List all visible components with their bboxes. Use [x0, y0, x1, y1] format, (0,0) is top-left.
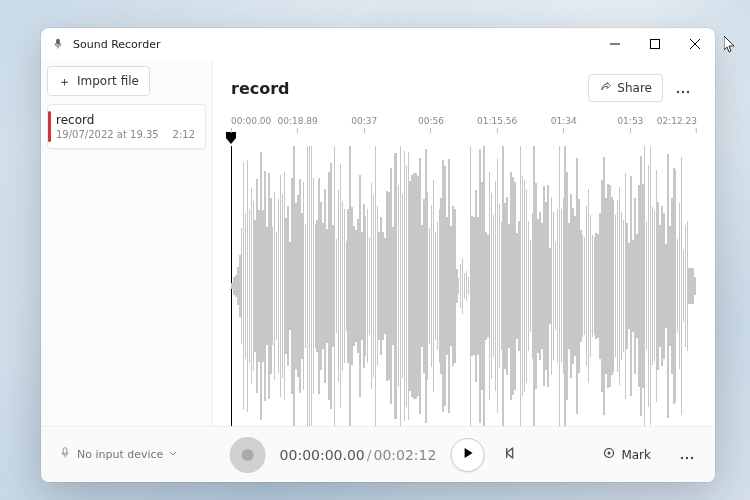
recording-item[interactable]: record 19/07/2022 at 19.35 2:12 — [47, 104, 206, 149]
svg-rect-9 — [63, 448, 67, 454]
ruler-tick: 02:12.23 — [657, 116, 697, 133]
waveform-area[interactable] — [231, 146, 697, 426]
recording-name: record — [56, 113, 195, 127]
ruler-tick: 00:56 — [418, 116, 444, 133]
total-time: 00:02:12 — [373, 447, 436, 463]
recording-title: record — [231, 79, 588, 98]
share-icon — [599, 81, 611, 96]
sidebar: ＋ Import file record 19/07/2022 at 19.35… — [41, 60, 213, 426]
record-icon — [242, 449, 254, 461]
recording-duration: 2:12 — [173, 129, 195, 140]
svg-point-14 — [681, 457, 683, 459]
ruler-tick: 01:15.56 — [477, 116, 517, 133]
waveform — [231, 146, 697, 426]
ruler-tick: 00:00.00 — [231, 116, 271, 133]
window-controls — [595, 28, 715, 60]
record-button[interactable] — [230, 437, 266, 473]
chevron-down-icon — [169, 448, 177, 461]
ruler-tick: 00:37 — [351, 116, 377, 133]
sound-recorder-window: Sound Recorder ＋ Import file record 19/0… — [41, 28, 715, 482]
ruler-tick: 01:34 — [551, 116, 577, 133]
more-button[interactable] — [669, 74, 697, 102]
footer: No input device 00:00:00.00/00:02:12 — [41, 426, 715, 482]
window-title: Sound Recorder — [73, 38, 595, 51]
play-icon — [460, 445, 474, 464]
svg-point-8 — [687, 90, 689, 92]
maximize-button[interactable] — [635, 28, 675, 60]
time-display: 00:00:00.00/00:02:12 — [280, 447, 437, 463]
mark-label: Mark — [621, 448, 651, 462]
more-icon — [676, 79, 690, 98]
ruler-tick: 01:53 — [617, 116, 643, 133]
timeline-ruler[interactable]: 00:00.0000:18.8900:3700:5601:15.5601:340… — [231, 116, 697, 142]
marker-icon — [603, 447, 615, 462]
footer-more-button[interactable] — [673, 441, 701, 469]
footer-right: Mark — [595, 441, 701, 469]
rewind-button[interactable] — [498, 441, 526, 469]
mark-button[interactable]: Mark — [595, 443, 659, 466]
svg-rect-0 — [56, 39, 60, 45]
plus-icon: ＋ — [58, 75, 71, 88]
minimize-button[interactable] — [595, 28, 635, 60]
rewind-icon — [505, 445, 519, 464]
main-pane: record Share 00:00.0000:18. — [213, 60, 715, 426]
transport-controls: 00:00:00.00/00:02:12 — [230, 437, 527, 473]
recording-date: 19/07/2022 at 19.35 — [56, 129, 159, 140]
svg-point-16 — [691, 457, 693, 459]
svg-point-15 — [686, 457, 688, 459]
input-device-selector[interactable]: No input device — [55, 443, 181, 466]
import-file-button[interactable]: ＋ Import file — [47, 66, 150, 96]
share-button[interactable]: Share — [588, 74, 663, 102]
current-time: 00:00:00.00 — [280, 447, 365, 463]
more-icon — [680, 445, 694, 464]
import-label: Import file — [77, 74, 139, 88]
device-label: No input device — [77, 448, 163, 461]
svg-point-13 — [608, 452, 611, 455]
mic-icon — [59, 447, 71, 462]
close-button[interactable] — [675, 28, 715, 60]
svg-rect-3 — [651, 40, 660, 49]
svg-point-6 — [677, 90, 679, 92]
recording-header: record Share — [231, 72, 697, 104]
mic-icon — [51, 37, 65, 51]
share-label: Share — [617, 81, 652, 95]
playhead[interactable] — [231, 132, 236, 144]
svg-point-7 — [682, 90, 684, 92]
play-button[interactable] — [450, 438, 484, 472]
recordings-list: record 19/07/2022 at 19.35 2:12 — [47, 104, 206, 149]
ruler-tick: 00:18.89 — [278, 116, 318, 133]
titlebar: Sound Recorder — [41, 28, 715, 60]
